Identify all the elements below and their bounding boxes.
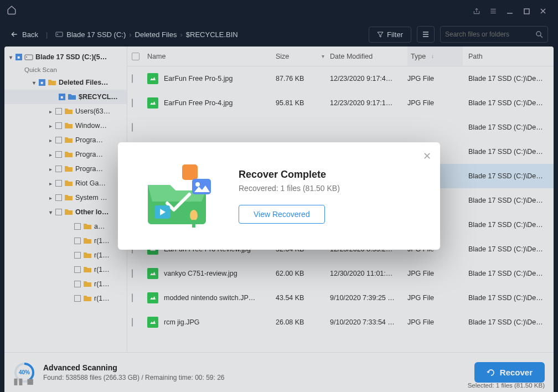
view-recovered-button[interactable]: View Recovered [239,205,325,224]
svg-rect-14 [192,220,195,228]
modal-overlay: ✕ Recover Complete Recovered: 1 files (8… [0,0,558,392]
modal-sub: Recovered: 1 files (81.50 KB) [239,184,340,193]
svg-point-11 [195,182,200,187]
svg-point-13 [190,210,198,221]
svg-rect-9 [182,164,198,180]
close-icon[interactable]: ✕ [423,150,431,162]
recover-complete-modal: ✕ Recover Complete Recovered: 1 files (8… [118,142,440,250]
modal-illustration [137,160,220,232]
modal-title: Recover Complete [239,169,340,180]
